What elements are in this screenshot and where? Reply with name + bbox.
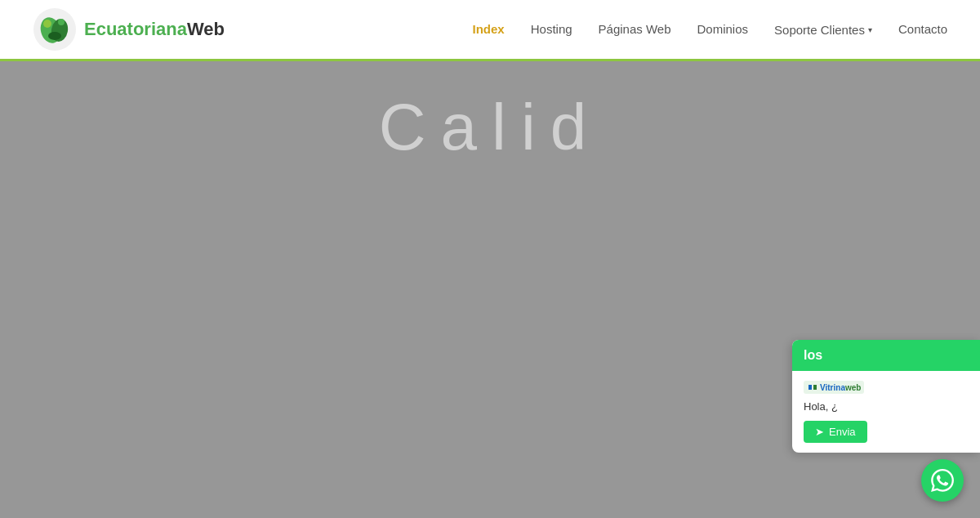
chevron-down-icon: ▾ [868, 25, 872, 34]
svg-rect-7 [808, 385, 812, 390]
nav-dropdown-soporte[interactable]: Soporte Clientes ▾ [774, 23, 872, 37]
chat-popup: los Vitrinaweb Hola, ¿ ➤ [792, 340, 980, 453]
hero-section: Calid los Vitrinaweb Hola, ¿ [0, 61, 980, 518]
nav-link-contacto[interactable]: Contacto [898, 22, 947, 36]
whatsapp-icon [931, 469, 954, 492]
vitrina-logo-box: Vitrinaweb [804, 381, 864, 394]
svg-point-4 [58, 19, 65, 25]
svg-rect-8 [813, 385, 817, 390]
nav-link-index[interactable]: Index [473, 22, 505, 36]
svg-point-3 [43, 20, 51, 28]
nav-menu: Index Hosting Páginas Web Dominios Sopor… [473, 22, 947, 37]
chat-popup-body: Vitrinaweb Hola, ¿ ➤ Envia [792, 371, 980, 453]
send-label: Envia [829, 426, 856, 438]
nav-item-index[interactable]: Index [473, 22, 505, 37]
logo-text: EcuatorianaWeb [84, 19, 225, 40]
nav-link-paginas[interactable]: Páginas Web [599, 22, 671, 36]
vitrina-icon [807, 382, 818, 393]
nav-link-hosting[interactable]: Hosting [531, 22, 572, 36]
chat-popup-header: los [792, 340, 980, 371]
nav-link-dominios[interactable]: Dominios [697, 22, 749, 36]
vitrina-brand-text: Vitrinaweb [820, 383, 861, 392]
nav-link-soporte[interactable]: Soporte Clientes [774, 23, 865, 37]
nav-item-hosting[interactable]: Hosting [531, 22, 572, 37]
chat-send-button[interactable]: ➤ Envia [804, 421, 867, 443]
vitrina-logo-area: Vitrinaweb [804, 381, 969, 394]
send-icon: ➤ [815, 426, 824, 438]
hero-text: Calid [0, 90, 980, 165]
svg-point-5 [48, 32, 61, 40]
nav-item-paginas[interactable]: Páginas Web [599, 22, 671, 37]
nav-item-contacto[interactable]: Contacto [898, 22, 947, 37]
chat-popup-title: los [804, 348, 822, 363]
logo[interactable]: EcuatorianaWeb [33, 7, 225, 52]
whatsapp-button[interactable] [921, 459, 964, 502]
logo-icon [33, 7, 78, 52]
nav-item-dominios[interactable]: Dominios [697, 22, 749, 37]
chat-greeting: Hola, ¿ [804, 400, 969, 413]
navbar: EcuatorianaWeb Index Hosting Páginas Web… [0, 0, 980, 61]
nav-item-soporte[interactable]: Soporte Clientes ▾ [774, 23, 872, 37]
